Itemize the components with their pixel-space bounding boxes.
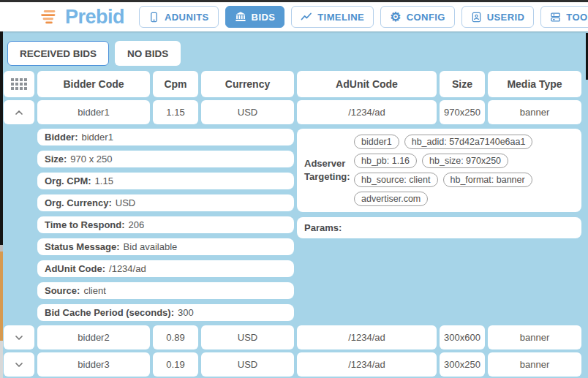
prebid-logo-text: Prebid bbox=[65, 6, 124, 29]
cell-currency: USD bbox=[201, 352, 294, 377]
row-expander-bidder2[interactable] bbox=[4, 325, 34, 349]
prebid-logo-icon bbox=[39, 8, 59, 26]
targeting-chip: hb_adid: 57d42a7140e6aa1 bbox=[404, 135, 533, 149]
chevron-up-icon bbox=[13, 107, 25, 118]
adserver-targeting-panel: Adserver Targeting:bidder1hb_adid: 57d42… bbox=[297, 129, 581, 212]
targeting-chip: hb_pb: 1.16 bbox=[354, 154, 417, 168]
bid-detail-field: Org. Currency:USD bbox=[37, 194, 294, 211]
params-panel: Params: bbox=[297, 217, 581, 238]
cell-adunit-code: /1234/ad bbox=[297, 100, 437, 124]
userid-icon bbox=[471, 12, 482, 23]
cell-cpm: 0.19 bbox=[153, 352, 198, 377]
bid-detail-field: Source:client bbox=[37, 282, 294, 299]
bid-details-bidder1: Bidder:bidder1Size:970 x 250Org. CPM:1.1… bbox=[4, 127, 581, 322]
cell-media-type: banner bbox=[488, 352, 581, 377]
bid-detail-field: Size:970 x 250 bbox=[37, 151, 294, 167]
cell-bidder-code: bidder3 bbox=[37, 352, 150, 377]
cell-size: 300x600 bbox=[440, 325, 485, 349]
column-header-bidder-code: Bidder Code bbox=[37, 71, 150, 97]
nav-button-label: BIDS bbox=[252, 12, 276, 23]
grid-icon bbox=[11, 78, 27, 90]
column-header-adunit-code: AdUnit Code bbox=[297, 71, 437, 97]
nav-tools-button[interactable]: TOOLS bbox=[540, 6, 588, 28]
cell-bidder-code: bidder1 bbox=[37, 100, 150, 124]
nav-adunits-button[interactable]: ADUNITS bbox=[139, 6, 219, 28]
column-header-cpm: Cpm bbox=[153, 71, 198, 97]
nav-button-label: TOOLS bbox=[566, 12, 588, 23]
targeting-chip: hb_format: banner bbox=[443, 173, 532, 187]
nav-bids-button[interactable]: BIDS bbox=[225, 6, 285, 28]
targeting-chip: hb_source: client bbox=[354, 173, 438, 187]
bid-detail-field: AdUnit Code:/1234/ad bbox=[37, 260, 294, 277]
underlying-page-left-edge-gray bbox=[0, 341, 3, 378]
app-window: Prebid ADUNITSBIDSTIMELINE⚙CONFIGUSERIDT… bbox=[0, 0, 588, 378]
cell-bidder-code: bidder2 bbox=[37, 325, 150, 349]
nav-userid-button[interactable]: USERID bbox=[461, 6, 535, 28]
page-body: RECEIVED BIDSNO BIDS Bidder CodeCpmCurre… bbox=[0, 31, 588, 378]
adunits-icon bbox=[148, 12, 159, 23]
underlying-page-left-edge-dark bbox=[0, 31, 3, 245]
cell-currency: USD bbox=[201, 100, 294, 124]
nav-button-label: CONFIG bbox=[407, 12, 445, 23]
bid-detail-field: Time to Respond:206 bbox=[37, 216, 294, 233]
chevron-down-icon bbox=[13, 332, 25, 344]
cell-adunit-code: /1234/ad bbox=[297, 352, 437, 377]
adserver-targeting-label: Adserver Targeting: bbox=[304, 157, 348, 183]
bids-table: Bidder CodeCpmCurrencyAdUnit CodeSizeMed… bbox=[4, 71, 584, 377]
row-expander-bidder1[interactable] bbox=[4, 100, 34, 124]
tools-icon bbox=[550, 12, 561, 23]
column-header-media-type: Media Type bbox=[488, 71, 581, 97]
timeline-icon bbox=[301, 11, 312, 23]
underlying-page-left-edge-mid bbox=[0, 245, 3, 252]
tab-received-bids[interactable]: RECEIVED BIDS bbox=[7, 41, 109, 66]
params-label: Params: bbox=[304, 222, 342, 233]
config-icon: ⚙ bbox=[390, 11, 402, 23]
cell-media-type: banner bbox=[488, 100, 581, 124]
targeting-chip: bidder1 bbox=[354, 135, 399, 149]
main-nav: ADUNITSBIDSTIMELINE⚙CONFIGUSERIDTOOLS bbox=[139, 6, 588, 28]
targeting-chips: bidder1hb_adid: 57d42a7140e6aa1hb_pb: 1.… bbox=[354, 135, 574, 206]
bid-detail-field: Status Message:Bid available bbox=[37, 238, 294, 255]
nav-config-button[interactable]: ⚙CONFIG bbox=[380, 6, 455, 28]
cell-cpm: 1.15 bbox=[153, 100, 198, 124]
column-header-currency: Currency bbox=[201, 71, 294, 97]
underlying-page-left-edge-orange bbox=[0, 252, 3, 341]
nav-button-label: TIMELINE bbox=[317, 12, 364, 23]
cell-currency: USD bbox=[201, 325, 294, 349]
bids-icon bbox=[235, 11, 246, 23]
tab-no-bids[interactable]: NO BIDS bbox=[115, 41, 181, 66]
bid-detail-field: Bidder:bidder1 bbox=[37, 129, 294, 145]
cell-adunit-code: /1234/ad bbox=[297, 325, 437, 349]
cell-cpm: 0.89 bbox=[153, 325, 198, 349]
nav-button-label: USERID bbox=[487, 12, 525, 23]
bid-detail-panels: Adserver Targeting:bidder1hb_adid: 57d42… bbox=[297, 129, 581, 238]
column-settings-button[interactable] bbox=[4, 71, 34, 97]
app-header: Prebid ADUNITSBIDSTIMELINE⚙CONFIGUSERIDT… bbox=[0, 2, 588, 31]
column-header-size: Size bbox=[440, 71, 485, 97]
targeting-chip: hb_size: 970x250 bbox=[422, 154, 508, 168]
row-expander-bidder3[interactable] bbox=[4, 352, 34, 377]
targeting-chip: advertiser.com bbox=[354, 192, 428, 206]
prebid-logo: Prebid bbox=[39, 6, 124, 29]
cell-size: 300x250 bbox=[440, 352, 485, 377]
bid-detail-fields: Bidder:bidder1Size:970 x 250Org. CPM:1.1… bbox=[37, 129, 294, 321]
chevron-down-icon bbox=[13, 359, 25, 371]
nav-timeline-button[interactable]: TIMELINE bbox=[291, 6, 374, 28]
bids-tabs: RECEIVED BIDSNO BIDS bbox=[0, 31, 588, 66]
bid-detail-field: Bid Cache Period (seconds):300 bbox=[37, 304, 294, 321]
nav-button-label: ADUNITS bbox=[165, 12, 209, 23]
bid-detail-field: Org. CPM:1.15 bbox=[37, 173, 294, 189]
cell-size: 970x250 bbox=[440, 100, 485, 124]
cell-media-type: banner bbox=[488, 325, 581, 349]
